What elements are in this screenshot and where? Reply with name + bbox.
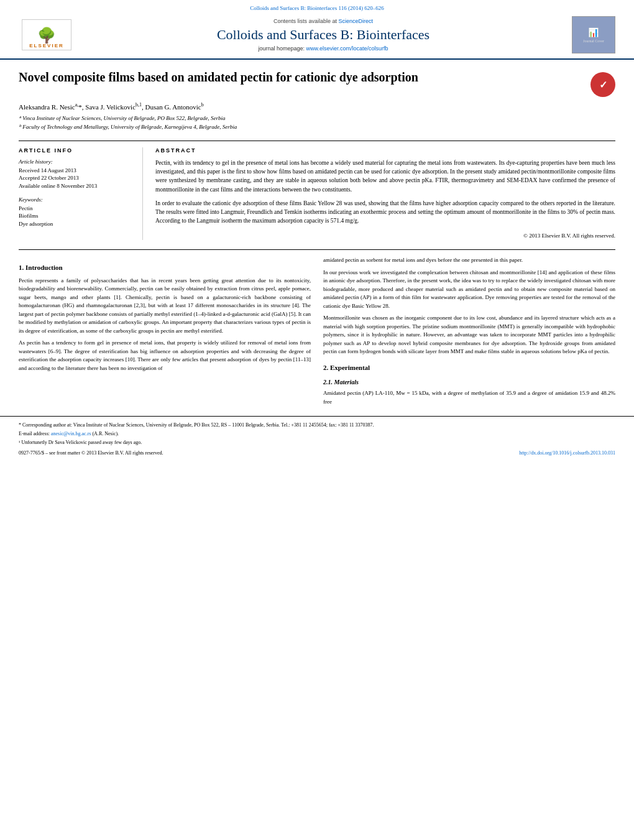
body-col-left: 1. Introduction Pectin represents a fami… (19, 256, 311, 410)
email-footnote: E-mail address: anesic@vin.bg.ac.rs (A.R… (19, 430, 615, 437)
available-date: Available online 8 November 2013 (19, 182, 133, 190)
doi-url[interactable]: http://dx.doi.org/10.1016/j.colsurfb.201… (519, 450, 615, 456)
elsevier-brand-text: ELSEVIER (29, 43, 64, 48)
section1-right-para2: In our previous work we investigated the… (323, 269, 615, 311)
section2-heading: 2. Experimental (323, 362, 615, 373)
affiliation-b: ᵇ Faculty of Technology and Metallurgy, … (19, 123, 615, 131)
keyword-1: Pectin (19, 205, 133, 213)
footnote-1: ¹ Unfortunetly Dr Sava Velickovic passed… (19, 439, 615, 446)
keywords-label: Keywords: (19, 196, 133, 203)
elsevier-logo: 🌳 ELSEVIER (19, 16, 75, 53)
section1-para1: Pectin represents a family of polysaccha… (19, 277, 311, 336)
footer-doi: http://dx.doi.org/10.1016/j.colsurfb.201… (519, 450, 615, 456)
footer-license: 0927-7765/$ – see front matter © 2013 El… (19, 450, 163, 456)
journal-center: Contents lists available at ScienceDirec… (75, 18, 572, 52)
abstract-para1: Pectin, with its tendency to gel in the … (155, 159, 615, 194)
article-info: ARTICLE INFO Article history: Received 1… (19, 147, 143, 240)
article-history: Article history: Received 14 August 2013… (19, 159, 133, 190)
keywords-list: Pectin Biofilms Dye adsorption (19, 205, 133, 228)
keyword-3: Dye adsorption (19, 220, 133, 228)
section1-heading: 1. Introduction (19, 262, 311, 273)
page: Colloids and Surfaces B: Biointerfaces 1… (0, 0, 634, 840)
email-link[interactable]: anesic@vin.bg.ac.rs (51, 431, 91, 436)
info-abstract-section: ARTICLE INFO Article history: Received 1… (19, 141, 615, 240)
abstract-section: ABSTRACT Pectin, with its tendency to ge… (155, 147, 615, 240)
homepage-line: journal homepage: www.elsevier.com/locat… (75, 45, 572, 52)
email-suffix: (A.R. Nesic). (92, 431, 119, 436)
authors: Aleksandra R. Nesica,*, Sava J. Velickov… (19, 102, 615, 111)
keywords-section: Keywords: Pectin Biofilms Dye adsorption (19, 196, 133, 228)
article-info-heading: ARTICLE INFO (19, 147, 133, 154)
affiliations: ᵃ Vinca Institute of Nuclear Sciences, U… (19, 114, 615, 131)
journal-header: Colloids and Surfaces B: Biointerfaces 1… (0, 0, 634, 60)
affiliation-a: ᵃ Vinca Institute of Nuclear Sciences, U… (19, 114, 615, 122)
journal-cover-image: 📊 Journal Cover (572, 16, 615, 53)
body-divider (19, 249, 615, 250)
section1-right-para1: amidated pectin as sorbent for metal ion… (323, 256, 615, 265)
keyword-2: Biofilms (19, 212, 133, 220)
crossmark-logo: ✓ (590, 72, 615, 97)
sciencedirect-link[interactable]: ScienceDirect (339, 18, 374, 24)
section1-right-para3: Montmorillonite was chosen as the inorga… (323, 314, 615, 356)
main-content: Novel composite films based on amidated … (0, 60, 634, 416)
accepted-date: Accepted 22 October 2013 (19, 174, 133, 182)
abstract-para2: In order to evaluate the cationic dye ad… (155, 199, 615, 226)
footer-bottom: 0927-7765/$ – see front matter © 2013 El… (19, 450, 615, 456)
abstract-heading: ABSTRACT (155, 147, 615, 154)
received-date: Received 14 August 2013 (19, 167, 133, 175)
homepage-url[interactable]: www.elsevier.com/locate/colsurfb (306, 45, 388, 52)
article-title: Novel composite films based on amidated … (19, 69, 418, 85)
journal-ref: Colloids and Surfaces B: Biointerfaces 1… (12, 5, 622, 11)
section2-subsection: 2.1. Materials (323, 377, 615, 387)
body-col-right: amidated pectin as sorbent for metal ion… (323, 256, 615, 410)
section2-para1: Amidated pectin (AP) LA-110, Mw = 15 kDa… (323, 389, 615, 406)
footnotes: * Corresponding author at: Vinca Institu… (19, 422, 615, 446)
abstract-text: Pectin, with its tendency to gel in the … (155, 159, 615, 240)
email-label: E-mail address: (19, 431, 50, 436)
history-label: Article history: (19, 159, 133, 165)
license-text: 0927-7765/$ – see front matter © 2013 El… (19, 450, 163, 456)
footnote-star: * Corresponding author at: Vinca Institu… (19, 422, 615, 428)
elsevier-logo-img: 🌳 ELSEVIER (22, 19, 71, 50)
elsevier-tree-icon: 🌳 (37, 28, 56, 43)
header-content: 🌳 ELSEVIER Contents lists available at S… (12, 14, 622, 56)
body-columns: 1. Introduction Pectin represents a fami… (19, 256, 615, 410)
section1-para2: As pectin has a tendency to form gel in … (19, 339, 311, 372)
journal-title-header: Colloids and Surfaces B: Biointerfaces (75, 27, 572, 43)
contents-line: Contents lists available at ScienceDirec… (75, 18, 572, 24)
footer: * Corresponding author at: Vinca Institu… (0, 416, 634, 461)
copyright: © 2013 Elsevier B.V. All rights reserved… (155, 232, 615, 241)
